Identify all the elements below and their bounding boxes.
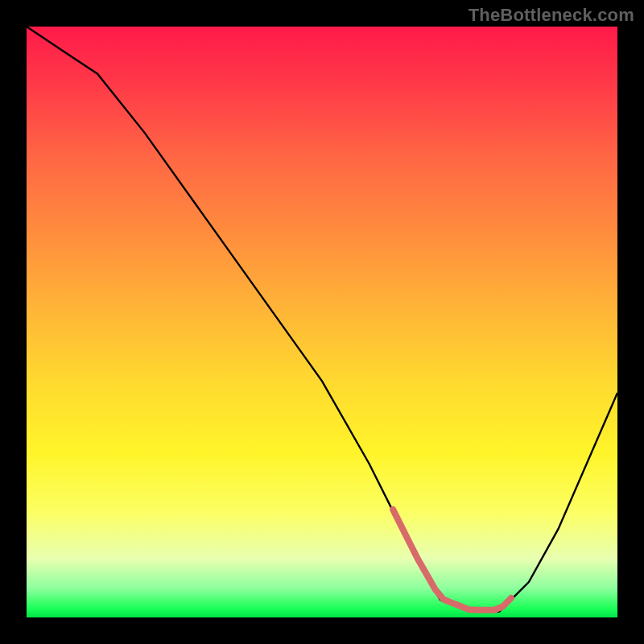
- plot-area: [27, 27, 617, 617]
- chart-frame: TheBottleneck.com: [0, 0, 644, 644]
- optimal-range-marker: [393, 510, 511, 610]
- bottleneck-curve: [27, 27, 617, 612]
- curve-layer: [27, 27, 617, 617]
- watermark-text: TheBottleneck.com: [469, 5, 634, 26]
